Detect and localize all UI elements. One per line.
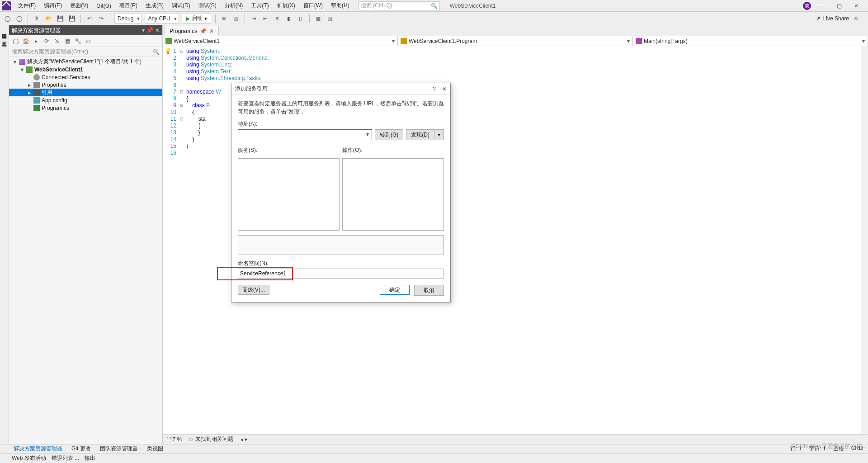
project-node[interactable]: ▾WebServiceClient1	[9, 66, 162, 73]
tool-icon-4[interactable]: ▦	[314, 14, 323, 23]
zoom-level[interactable]: 117 %	[166, 436, 182, 443]
user-avatar[interactable]: 凌	[803, 2, 811, 10]
toolbox-tab[interactable]: 工具箱	[0, 35, 9, 41]
status-line: 行: 1	[790, 445, 802, 453]
tool-icon-5[interactable]: ▧	[326, 14, 335, 23]
namespace-label: 命名空间(N):	[238, 260, 444, 267]
solution-search[interactable]: 搜索解决方案资源管理器(Ctrl+;) 🔍	[9, 47, 162, 57]
editor-scrollbar[interactable]	[861, 46, 868, 434]
autohide-icon[interactable]: ▾	[142, 27, 145, 33]
class-combo[interactable]: WebServiceClient1.Program	[398, 36, 633, 46]
tab-output[interactable]: 输出	[85, 454, 95, 462]
dialog-titlebar: 添加服务引用 ? ✕	[231, 83, 450, 95]
menu-build[interactable]: 生成(B)	[142, 0, 167, 11]
back-icon[interactable]: ◯	[3, 14, 12, 23]
showall-icon[interactable]: ▦	[63, 37, 72, 46]
issues-dot-icon	[189, 438, 193, 441]
dialog-close-icon[interactable]: ✕	[442, 86, 447, 92]
uncomment-icon[interactable]: ▯	[296, 14, 305, 23]
menu-test[interactable]: 测试(S)	[195, 0, 220, 11]
tab-web-publish[interactable]: Web 发布活动	[12, 454, 46, 462]
references-node[interactable]: ▸引用	[9, 89, 162, 96]
dialog-help-icon[interactable]: ?	[433, 86, 436, 92]
comment-icon[interactable]: ▮	[284, 14, 293, 23]
menu-file[interactable]: 文件(F)	[14, 0, 39, 11]
connected-services-node[interactable]: Connected Services	[9, 73, 162, 81]
redo-icon[interactable]: ↷	[97, 14, 106, 23]
solution-explorer-title: 解决方案资源管理器	[12, 27, 61, 34]
save-all-icon[interactable]: 💾	[67, 14, 76, 23]
discover-dropdown[interactable]: ▾	[434, 129, 444, 140]
close-pane-icon[interactable]: ✕	[155, 27, 160, 33]
services-label: 服务(S):	[238, 146, 340, 154]
menubar: 文件(F) 编辑(E) 视图(V) Git(G) 项目(P) 生成(B) 调试(…	[0, 0, 868, 12]
home-icon[interactable]: ◯	[11, 37, 20, 46]
prop-icon[interactable]: 🔧	[73, 37, 82, 46]
programcs-node[interactable]: Program.cs	[9, 104, 162, 112]
open-icon[interactable]: 📂	[44, 14, 53, 23]
refresh-icon[interactable]: ⟳	[42, 37, 51, 46]
project-combo[interactable]: WebServiceClient1	[163, 36, 398, 46]
save-icon[interactable]: 💾	[56, 14, 65, 23]
quick-launch-search[interactable]: 搜索 (Ctrl+Q) 🔍	[359, 1, 440, 10]
home-icon-2[interactable]: 🏠	[21, 37, 30, 46]
step-icon-2[interactable]: ⇤	[261, 14, 270, 23]
forward-icon[interactable]: ◯	[14, 14, 24, 23]
minimize-button[interactable]: —	[816, 3, 828, 9]
solution-icon	[19, 59, 25, 65]
menu-ext[interactable]: 扩展(X)	[274, 0, 299, 11]
solution-node[interactable]: ▾解决方案"WebServiceClient1"(1 个项目/共 1 个)	[9, 58, 162, 66]
operations-listbox[interactable]	[342, 158, 444, 231]
appconfig-node[interactable]: App.config	[9, 96, 162, 104]
menu-edit[interactable]: 编辑(E)	[40, 0, 66, 11]
menu-tools[interactable]: 工具(T)	[247, 0, 272, 11]
server-explorer-tab[interactable]: 服务器资源管理器	[0, 27, 9, 33]
step-icon[interactable]: ⇥	[249, 14, 258, 23]
discover-button[interactable]: 发现(D)	[406, 129, 434, 140]
go-button[interactable]: 转到(G)	[375, 129, 403, 140]
maximize-button[interactable]: ▢	[833, 3, 845, 9]
platform-combo[interactable]: Any CPU	[145, 14, 179, 24]
start-debug-button[interactable]: ▶ 启动 ▾	[182, 14, 211, 24]
advanced-button[interactable]: 高级(V)...	[238, 285, 269, 295]
sync-icon[interactable]: ▸	[32, 37, 41, 46]
step-icon-3[interactable]: ≡	[273, 14, 282, 23]
tab-error-list[interactable]: 错误列表 ...	[52, 454, 79, 462]
close-button[interactable]: ✕	[850, 3, 863, 9]
menu-git[interactable]: Git(G)	[93, 1, 115, 10]
menu-help[interactable]: 帮助(H)	[327, 0, 353, 11]
live-share-button[interactable]: ↗ Live Share ☺	[816, 14, 865, 23]
dialog-description: 若要查看特定服务器上的可用服务列表，请输入服务 URL，然后单击"转到"。若要浏…	[238, 99, 444, 116]
new-project-icon[interactable]: 🗎	[32, 14, 41, 23]
menu-analyze[interactable]: 分析(N)	[221, 0, 247, 11]
namespace-input[interactable]	[238, 269, 444, 279]
feedback-icon[interactable]: ☺	[852, 14, 861, 23]
address-input[interactable]	[238, 129, 372, 140]
method-icon	[636, 38, 642, 44]
services-listbox[interactable]	[238, 158, 340, 231]
issues-indicator[interactable]: 未找到相关问题	[189, 435, 233, 443]
collapse-icon[interactable]: ⇲	[52, 37, 61, 46]
tool-icon-2[interactable]: ▥	[231, 14, 241, 23]
pin-icon[interactable]: 📌	[146, 27, 153, 33]
ok-button[interactable]: 确定	[380, 285, 410, 295]
tab-solexp[interactable]: 解决方案资源管理器	[12, 444, 64, 454]
config-combo[interactable]: Debug	[114, 14, 142, 24]
tab-git-changes[interactable]: Git 更改	[70, 444, 93, 454]
member-combo[interactable]: Main(string[] args)	[633, 36, 868, 46]
menu-debug[interactable]: 调试(D)	[168, 0, 194, 11]
menu-project[interactable]: 项目(P)	[116, 0, 141, 11]
pin-tab-icon[interactable]: 📌	[200, 28, 207, 34]
properties-node[interactable]: ▸Properties	[9, 81, 162, 89]
menu-window[interactable]: 窗口(W)	[300, 0, 326, 11]
tab-team-explorer[interactable]: 团队资源管理器	[98, 444, 140, 454]
preview-icon[interactable]: ▭	[84, 37, 93, 46]
lightbulb-icon[interactable]: 💡	[165, 48, 171, 55]
menu-view[interactable]: 视图(V)	[66, 0, 92, 11]
tab-program-cs[interactable]: Program.cs 📌 ✕	[165, 26, 219, 36]
tab-class-view[interactable]: 类视图	[145, 444, 165, 454]
cancel-button[interactable]: 取消	[414, 285, 444, 296]
undo-icon[interactable]: ↶	[85, 14, 94, 23]
close-tab-icon[interactable]: ✕	[209, 28, 214, 34]
tool-icon[interactable]: ⚙	[220, 14, 229, 23]
